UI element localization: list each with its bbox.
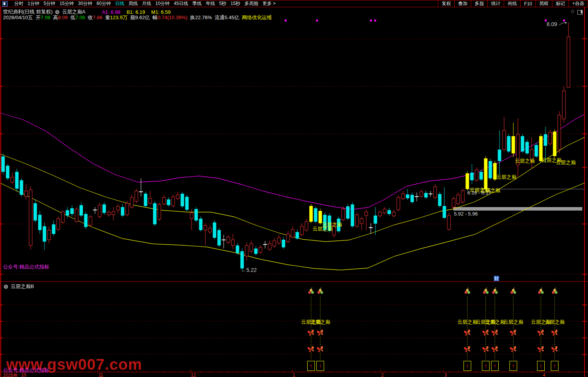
candle — [47, 226, 51, 244]
candle — [245, 242, 248, 261]
cherry-icon — [511, 288, 516, 294]
timeline-label: 2025年 — [3, 372, 18, 377]
candle — [213, 220, 216, 239]
candle — [231, 234, 234, 249]
candle — [195, 207, 198, 222]
candle — [93, 207, 97, 214]
candle — [273, 238, 276, 248]
candle — [558, 111, 561, 153]
sub-signal-label: 云层之巅 — [485, 319, 505, 326]
high-arrow — [559, 23, 566, 25]
candle — [204, 223, 207, 245]
low-price-label: ←5.22 — [241, 267, 257, 273]
candle — [470, 164, 474, 184]
candle — [80, 202, 83, 217]
butterfly-icon — [537, 346, 545, 352]
signal-annotation: 云层之巅 — [556, 159, 576, 166]
cherry-icon — [465, 288, 470, 294]
panel-layout-icon[interactable] — [577, 9, 583, 16]
candle — [75, 207, 78, 222]
candle — [218, 228, 221, 247]
candle — [6, 164, 10, 180]
candle — [98, 202, 101, 219]
trading-app-window: 分时1分钟5分钟15分钟30分钟60分钟日线周线月线10分钟45日线季线年线5秒… — [0, 0, 588, 377]
cai-badge[interactable]: 财 — [494, 276, 499, 281]
candle — [158, 202, 161, 221]
candle — [355, 212, 359, 228]
quote-field: 换22.76% — [190, 14, 212, 21]
candle — [498, 130, 501, 175]
candle — [383, 207, 386, 214]
timeline-label: 10 — [21, 372, 26, 377]
butterfly-icon — [464, 346, 471, 352]
zone1-price-label: 6.16 - 6.17 — [467, 190, 491, 196]
candle — [43, 222, 46, 250]
quote-field: 幅0.74(10.39%) — [152, 14, 187, 21]
high-price-label: 8.09 — [547, 21, 557, 27]
candle — [484, 156, 488, 191]
candle — [521, 134, 524, 153]
candle — [57, 217, 60, 231]
candle — [89, 215, 92, 226]
candle — [406, 189, 409, 200]
magenta-dot — [563, 20, 565, 21]
timeline-label: 11 — [98, 372, 103, 377]
candle — [2, 153, 5, 175]
indicator-b-name[interactable]: 云层之巅B — [11, 283, 34, 290]
cherry-icon — [492, 288, 498, 294]
chevron-down-icon[interactable]: ∨ — [55, 10, 59, 14]
candle — [149, 191, 152, 205]
candle — [52, 221, 56, 236]
zone2-price-label: 5.92 - 5.96 — [454, 211, 478, 217]
quote-field: 2026/04/10五 — [3, 14, 33, 21]
candle — [107, 210, 110, 217]
candle — [346, 204, 350, 220]
candle — [447, 213, 450, 230]
candle — [507, 134, 511, 153]
candle — [34, 199, 37, 222]
candle — [516, 118, 519, 176]
signal-annotation: 云层之巅 — [515, 158, 535, 165]
candle — [466, 171, 469, 191]
candle — [112, 207, 115, 221]
candle — [135, 189, 138, 203]
cherry-icon — [308, 288, 314, 294]
candle — [378, 210, 382, 217]
candle — [443, 187, 446, 219]
quote-field: 低7.08 — [70, 14, 85, 21]
candle — [176, 192, 179, 200]
buy-arrow-box: ↑ — [491, 361, 499, 371]
candle — [401, 191, 405, 200]
candle — [38, 211, 42, 234]
cherry-icon — [538, 288, 544, 294]
candle — [167, 197, 170, 207]
candle — [314, 206, 318, 223]
butterfly-icon — [308, 346, 315, 352]
candle — [420, 189, 423, 198]
candle — [434, 184, 437, 199]
candle — [351, 202, 354, 228]
candle — [121, 204, 124, 217]
buy-arrow-box: ↑ — [316, 361, 324, 371]
candle — [300, 223, 303, 236]
magenta-dot — [370, 20, 372, 21]
watermark-wechat-1: 公众号:精品公式指标 — [3, 263, 49, 270]
candle — [512, 123, 515, 157]
candle — [553, 129, 557, 158]
sub-signal-label: 云层之巅 — [503, 319, 523, 326]
candle — [268, 241, 271, 251]
candle — [388, 208, 391, 216]
candle — [199, 216, 203, 232]
butterfly-icon — [482, 346, 490, 352]
buy-arrow-box: ↑ — [537, 361, 545, 371]
candle — [130, 195, 133, 209]
candle — [70, 205, 74, 216]
butterfly-icon — [551, 346, 559, 352]
candle — [29, 186, 32, 249]
timeline-label: 1 — [293, 372, 295, 377]
panel-diamond-icon[interactable]: ◇ — [571, 8, 574, 14]
candle — [162, 195, 165, 206]
chevron-down-icon[interactable]: ∨ — [4, 285, 8, 289]
candle — [535, 143, 538, 158]
quote-field: 流通5.45亿 — [215, 14, 239, 21]
